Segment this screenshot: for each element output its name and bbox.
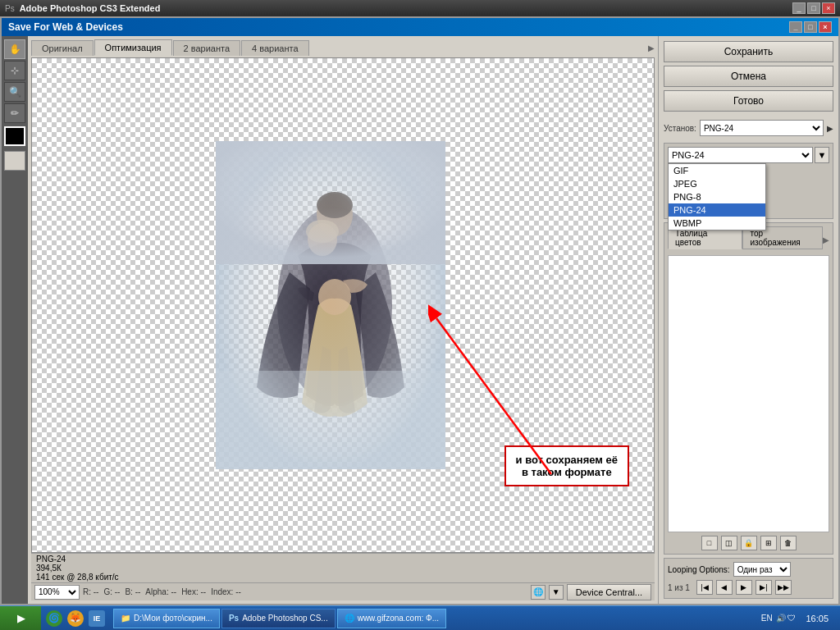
index-label: Index: -- bbox=[211, 587, 241, 596]
format-dropdown-arrow[interactable]: ▼ bbox=[815, 147, 829, 163]
g-label: G: -- bbox=[103, 587, 120, 596]
next-frame-btn[interactable]: ▶| bbox=[756, 580, 772, 595]
tab-2up[interactable]: 2 варианта bbox=[173, 40, 241, 56]
status-bar: PNG-24 394,5К 141 сек @ 28,8 кбит/с bbox=[31, 553, 655, 582]
preset-row: Установ: PNG-24 ▶ bbox=[664, 120, 833, 136]
web-safe-icon[interactable]: ⊞ bbox=[760, 536, 777, 550]
add-color-icon[interactable]: □ bbox=[701, 536, 718, 550]
first-frame-btn[interactable]: |◀ bbox=[696, 580, 713, 595]
format-dropdown-open: GIF JPEG PNG-8 PNG-24 WBMP bbox=[668, 163, 766, 231]
annotation-text: и вот сохраняем еёв таком формате bbox=[516, 454, 618, 478]
device-central-button[interactable]: Device Central... bbox=[567, 584, 651, 600]
window-title: Adobe Photoshop CS3 Extended bbox=[20, 3, 792, 13]
format-dropdown-container: PNG-24 ▼ GIF JPEG PNG-8 PNG-24 WBMP bbox=[668, 147, 829, 163]
r-label: R: -- bbox=[83, 587, 98, 596]
last-frame-btn[interactable]: ▶▶ bbox=[775, 580, 792, 595]
right-panel: Сохранить Отмена Готово Установ: PNG-24 … bbox=[658, 36, 838, 604]
coord-info: R: -- G: -- B: -- Alpha: -- Hex: -- Inde… bbox=[83, 587, 241, 596]
format-status: PNG-24 bbox=[36, 555, 650, 564]
trash-icon[interactable]: 🗑 bbox=[780, 536, 797, 550]
format-option-jpeg[interactable]: JPEG bbox=[669, 177, 765, 190]
zoom-select[interactable]: 100% bbox=[34, 585, 80, 600]
taskbar-icon-2[interactable]: 🦊 bbox=[67, 610, 84, 627]
title-bar: Ps Adobe Photoshop CS3 Extended _ □ × bbox=[0, 0, 840, 16]
dialog-close[interactable]: × bbox=[819, 21, 832, 33]
prev-frame-btn[interactable]: ◀ bbox=[716, 580, 733, 595]
cancel-button[interactable]: Отмена bbox=[664, 66, 833, 87]
taskbar-icon-3[interactable]: IE bbox=[89, 610, 105, 627]
dialog-title-bar: Save For Web & Devices _ □ × bbox=[2, 18, 838, 36]
ps-icon: Ps bbox=[229, 614, 239, 623]
looping-row: Looping Options: Один раз bbox=[668, 562, 829, 577]
folder-icon: 📁 bbox=[121, 614, 130, 623]
b-label: B: -- bbox=[125, 587, 140, 596]
start-button[interactable]: ▶ bbox=[0, 606, 41, 631]
frame-info: 1 из 1 bbox=[668, 583, 690, 592]
preset-label: Установ: bbox=[664, 124, 696, 133]
play-btn[interactable]: ▶ bbox=[736, 580, 752, 595]
view-tabs: Оригинал Оптимизация 2 варианта 4 вариан… bbox=[31, 39, 655, 56]
tool-eyedropper[interactable]: ✏ bbox=[4, 103, 25, 123]
tool-select[interactable]: ⊹ bbox=[4, 61, 25, 80]
taskbar-item-folder[interactable]: 📁 D:\Мои фото\скрин... bbox=[113, 609, 220, 628]
window-controls: _ □ × bbox=[792, 2, 835, 14]
tab-original[interactable]: Оригинал bbox=[31, 40, 94, 56]
taskbar: ▶ 🌀 🦊 IE 📁 D:\Мои фото\скрин... Ps Adobe… bbox=[0, 605, 840, 630]
color-table-menu[interactable]: ▶ bbox=[823, 235, 829, 244]
tray-icons: 🔊 🛡 bbox=[776, 614, 797, 623]
hex-label: Hex: -- bbox=[181, 587, 206, 596]
format-select[interactable]: PNG-24 bbox=[668, 147, 813, 163]
lock-color-icon[interactable]: 🔒 bbox=[741, 536, 757, 550]
svg-rect-7 bbox=[216, 141, 445, 264]
color-table-content bbox=[668, 255, 829, 532]
dialog-maximize[interactable]: □ bbox=[804, 21, 817, 33]
background-color[interactable] bbox=[4, 151, 25, 171]
dialog-minimize[interactable]: _ bbox=[789, 21, 802, 33]
canvas-area: Оригинал Оптимизация 2 варианта 4 вариан… bbox=[28, 36, 658, 604]
format-option-png24[interactable]: PNG-24 bbox=[669, 203, 765, 217]
taskbar-clock: 16:05 bbox=[799, 614, 835, 623]
canvas-viewport: и вот сохраняем еёв таком формате bbox=[31, 57, 655, 553]
system-tray: EN 🔊 🛡 16:05 bbox=[756, 614, 840, 623]
tab-optimized[interactable]: Оптимизация bbox=[94, 39, 172, 56]
svg-rect-8 bbox=[216, 371, 445, 469]
annotation-box: и вот сохраняем еёв таком формате bbox=[504, 445, 629, 486]
dance-image bbox=[216, 141, 445, 469]
taskbar-browser-label: www.gifzona.com: Ф... bbox=[358, 614, 439, 623]
minimize-button[interactable]: _ bbox=[792, 2, 806, 14]
size-status: 394,5К bbox=[36, 564, 650, 573]
taskbar-icon-1[interactable]: 🌀 bbox=[46, 610, 62, 627]
format-option-wbmp[interactable]: WBMP bbox=[669, 217, 765, 230]
dropdown-arrow[interactable]: ▼ bbox=[549, 585, 564, 600]
language-indicator: EN bbox=[761, 614, 773, 623]
tool-hand[interactable]: ✋ bbox=[4, 39, 25, 59]
dialog-content: ✋ ⊹ 🔍 ✏ Оригинал Оптимизация bbox=[2, 36, 838, 604]
preset-menu-arrow[interactable]: ▶ bbox=[827, 124, 833, 133]
taskbar-item-photoshop[interactable]: Ps Adobe Photoshop CS... bbox=[221, 609, 336, 628]
web-icon[interactable]: 🌐 bbox=[531, 585, 546, 600]
format-option-png8[interactable]: PNG-8 bbox=[669, 190, 765, 203]
done-button[interactable]: Готово bbox=[664, 90, 833, 112]
taskbar-item-browser[interactable]: 🌐 www.gifzona.com: Ф... bbox=[337, 609, 446, 628]
maximize-button[interactable]: □ bbox=[807, 2, 820, 14]
tabs-scroll-arrow[interactable]: ▶ bbox=[648, 43, 655, 52]
format-option-gif[interactable]: GIF bbox=[669, 164, 765, 177]
color-table-section: Таблица цветов тор изображения ▶ □ ◫ bbox=[664, 222, 833, 555]
browser-icon: 🌐 bbox=[345, 614, 354, 623]
tab-4up[interactable]: 4 варианта bbox=[241, 40, 309, 56]
alpha-label: Alpha: -- bbox=[145, 587, 176, 596]
delete-color-icon[interactable]: ◫ bbox=[721, 536, 737, 550]
close-button[interactable]: × bbox=[822, 2, 835, 14]
bottom-toolbar: 100% R: -- G: -- B: -- Alpha: -- Hex: --… bbox=[31, 582, 655, 600]
animation-section: Looping Options: Один раз 1 из 1 |◀ ◀ ▶ … bbox=[664, 558, 833, 599]
foreground-color[interactable] bbox=[4, 126, 25, 146]
preset-select[interactable]: PNG-24 bbox=[700, 120, 824, 136]
looping-select[interactable]: Один раз bbox=[733, 562, 791, 577]
taskbar-items: 📁 D:\Мои фото\скрин... Ps Adobe Photosho… bbox=[110, 607, 756, 630]
save-button[interactable]: Сохранить bbox=[664, 41, 833, 62]
playback-row: 1 из 1 |◀ ◀ ▶ ▶| ▶▶ bbox=[668, 580, 829, 595]
tool-zoom[interactable]: 🔍 bbox=[4, 82, 25, 102]
time-status: 141 сек @ 28,8 кбит/с bbox=[36, 573, 650, 582]
color-table-actions: □ ◫ 🔒 ⊞ 🗑 bbox=[668, 536, 829, 550]
main-window: Ps Adobe Photoshop CS3 Extended _ □ × Sa… bbox=[0, 0, 840, 605]
